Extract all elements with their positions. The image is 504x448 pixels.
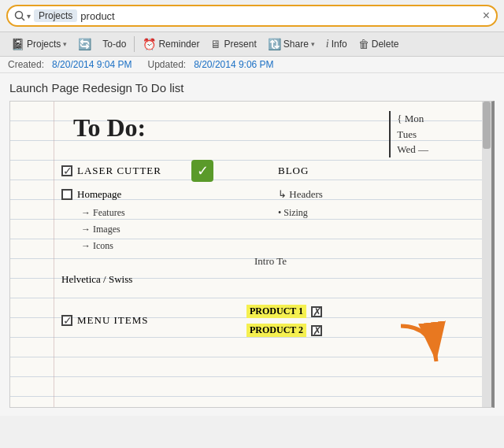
intro-te-text: Intro Te [254,255,287,268]
days-box: { Mon Tues Wed — [389,111,428,157]
projects-label: Projects [27,39,61,50]
delete-icon: 🗑 [358,38,369,50]
notebook-paper: To Do: { Mon Tues Wed — LASER CUTTER ✓ B… [10,102,491,407]
scrollbar-track[interactable] [482,102,491,407]
toolbar-projects-button[interactable]: 📓 Projects ▾ [6,35,72,53]
search-icon [14,10,25,21]
day-tues: Tues [397,127,428,143]
product1-text: PRODUCT 1 [246,305,306,318]
product1-checkbox [311,306,322,317]
scrollbar-thumb[interactable] [483,102,491,149]
note-title: Launch Page Redesign To Do list [9,81,495,94]
homepage-text: Homepage [77,188,121,201]
search-box[interactable]: ▾ Projects product × [6,5,498,27]
images-text: → Images [81,224,120,235]
menu-items-checkbox [61,315,72,326]
share-icon: 🔃 [268,38,281,50]
product2-item: PRODUCT 2 [246,324,322,337]
helvetica-text: Helvetica / Swiss [61,273,132,286]
info-label: Info [332,39,347,50]
reminder-icon: ⏰ [143,38,156,50]
headers-text: ↳ Headers [278,188,323,201]
svg-line-1 [22,18,25,21]
present-icon: 🖥 [210,38,221,50]
search-query[interactable]: product [80,10,479,22]
laser-cutter-text: LASER CUTTER [77,165,161,177]
notebook-icon: 📓 [11,38,24,50]
toolbar-sync-button[interactable]: 🔄 [73,35,96,53]
search-dropdown-arrow: ▾ [27,12,31,20]
menu-items-text: MENU ITEMS [77,314,149,327]
toolbar-share-button[interactable]: 🔃 Share ▾ [263,35,320,53]
todo-title: To Do: [73,113,146,143]
toolbar-todo-button[interactable]: To-do [98,36,131,52]
meta-bar: Created: 8/20/2014 9:04 PM Updated: 8/20… [0,57,504,73]
updated-label: Updated: [147,59,186,70]
created-value: 8/20/2014 9:04 PM [52,59,132,70]
search-bar: ▾ Projects product × [0,0,504,31]
orange-arrow [385,318,448,383]
toolbar-info-button[interactable]: i Info [321,35,352,53]
product2-checkbox [311,325,322,336]
homepage-item: Homepage [61,188,121,201]
reminder-label: Reminder [158,39,199,50]
features-text: → Features [81,207,125,219]
toolbar-present-button[interactable]: 🖥 Present [206,35,261,53]
updated-value: 8/20/2014 9:06 PM [194,59,273,70]
delete-label: Delete [372,39,399,50]
todo-label: To-do [102,39,126,50]
laser-cutter-checkbox [61,165,72,176]
blog-text: BLOG [278,165,309,177]
toolbar-delete-button[interactable]: 🗑 Delete [354,35,404,53]
toolbar-divider-1 [134,36,135,52]
homepage-checkbox [61,189,72,200]
day-wed: Wed — [397,142,428,157]
search-close-button[interactable]: × [483,9,490,23]
share-label: Share [284,39,309,50]
search-icon-btn[interactable]: ▾ [14,10,31,21]
sizing-text: • Sizing [278,207,308,219]
content-area: Launch Page Redesign To Do list To Do: {… [0,73,504,416]
search-tag: Projects [34,9,77,22]
product1-item: PRODUCT 1 [246,305,322,318]
toolbar: 📓 Projects ▾ 🔄 To-do ⏰ Reminder 🖥 Presen… [0,31,504,57]
day-mon: { Mon [397,111,428,127]
projects-arrow: ▾ [63,40,67,48]
left-margin [54,102,54,407]
green-checkmark: ✓ [191,160,213,182]
svg-point-0 [16,12,23,19]
sync-icon: 🔄 [78,38,91,50]
created-label: Created: [8,59,44,70]
product2-text: PRODUCT 2 [246,324,306,337]
icons-text: → Icons [81,240,113,252]
info-icon: i [326,38,329,50]
present-label: Present [224,39,256,50]
share-arrow: ▾ [311,40,315,48]
menu-items-item: MENU ITEMS [61,314,149,327]
laser-cutter-item: LASER CUTTER [61,165,161,177]
toolbar-reminder-button[interactable]: ⏰ Reminder [138,35,204,53]
notebook-area: To Do: { Mon Tues Wed — LASER CUTTER ✓ B… [9,101,495,408]
